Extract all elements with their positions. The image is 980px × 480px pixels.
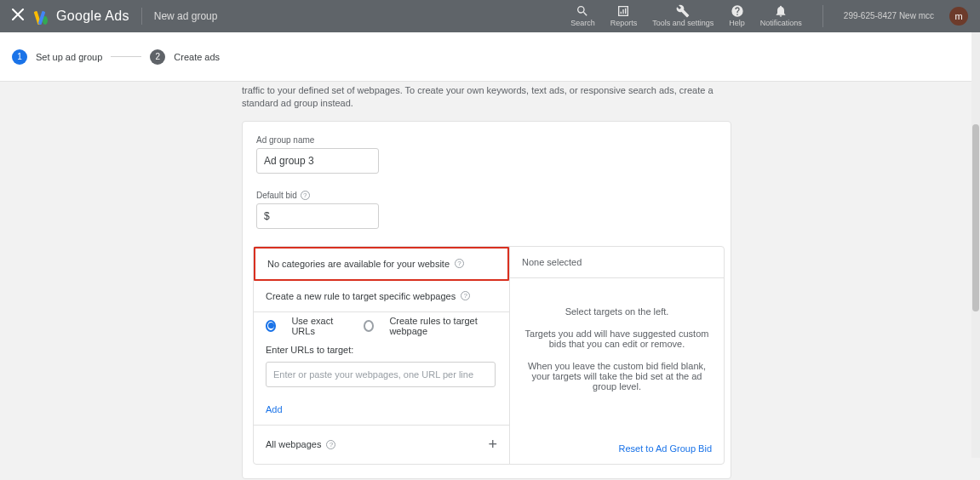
no-categories-text: No categories are available for your web… (267, 259, 450, 269)
create-rule-text: Create a new rule to target specific web… (266, 291, 456, 301)
targeting-right-column: None selected Select targets on the left… (509, 247, 724, 464)
search-icon (576, 4, 589, 18)
divider (141, 8, 142, 25)
radio-exact-label: Use exact URLs (291, 316, 348, 336)
radio-rules-label: Create rules to target webpage (389, 316, 497, 336)
step-1-label[interactable]: Set up ad group (36, 52, 102, 62)
step-1-badge: 1 (12, 49, 27, 65)
account-label: 299-625-8427 New mcc (844, 11, 934, 20)
targeting-left-column: No categories are available for your web… (254, 247, 509, 464)
default-bid-label: Default bid (256, 191, 297, 200)
tools-button[interactable]: Tools and settings (652, 4, 714, 28)
radio-create-rules[interactable] (364, 320, 374, 332)
divider (822, 5, 823, 27)
help-icon[interactable]: ? (301, 191, 310, 200)
add-link[interactable]: Add (254, 394, 509, 425)
step-2-badge: 2 (150, 49, 165, 65)
targeting-panel: No categories are available for your web… (253, 246, 725, 465)
help-button[interactable]: Help (729, 4, 745, 28)
none-selected-header: None selected (510, 247, 724, 278)
create-rule-row[interactable]: Create a new rule to target specific web… (254, 281, 509, 312)
top-icon-row: Search Reports Tools and settings Help N… (570, 4, 968, 28)
add-all-webpages-button[interactable]: + (488, 436, 497, 454)
help-icon (731, 4, 744, 18)
close-icon[interactable] (12, 9, 24, 24)
content-area: traffic to your defined set of webpages.… (0, 82, 980, 480)
enter-urls-label: Enter URLs to target: (266, 345, 497, 355)
radio-exact-urls[interactable] (266, 320, 276, 332)
no-categories-row: No categories are available for your web… (254, 247, 509, 281)
right-msg-1: Select targets on the left. (522, 306, 712, 317)
ad-group-name-input[interactable] (256, 148, 379, 174)
avatar[interactable]: m (949, 7, 968, 26)
reports-button[interactable]: Reports (610, 4, 638, 28)
reset-link[interactable]: Reset to Ad Group Bid (619, 443, 712, 454)
help-icon[interactable]: ? (326, 440, 335, 449)
help-icon[interactable]: ? (455, 259, 464, 268)
step-connector (111, 56, 141, 57)
step-2-label[interactable]: Create ads (174, 52, 220, 62)
top-app-bar: Google Ads New ad group Search Reports T… (0, 0, 980, 32)
ad-group-name-label: Ad group name (256, 135, 717, 145)
right-msg-3: When you leave the custom bid field blan… (522, 361, 712, 391)
help-icon[interactable]: ? (461, 291, 470, 300)
google-ads-logo: Google Ads (36, 8, 129, 25)
ad-group-card: Ad group name Default bid ? No categorie… (242, 121, 731, 479)
window-scrollbar-track[interactable] (971, 32, 980, 458)
google-ads-glyph-icon (36, 8, 53, 25)
window-scrollbar-thumb[interactable] (972, 124, 979, 311)
right-msg-2: Targets you add will have suggested cust… (522, 329, 712, 349)
step-bar: 1 Set up ad group 2 Create ads (0, 32, 980, 82)
url-target-section: Use exact URLs Create rules to target we… (254, 312, 509, 394)
intro-text: traffic to your defined set of webpages.… (242, 84, 731, 111)
brand-label: Google Ads (56, 9, 129, 24)
default-bid-block: Default bid ? (256, 191, 717, 229)
wrench-icon (676, 4, 690, 18)
all-webpages-label: All webpages (266, 439, 321, 449)
search-button[interactable]: Search (570, 4, 595, 28)
url-textarea[interactable]: Enter or paste your webpages, one URL pe… (266, 362, 496, 387)
page-title: New ad group (154, 10, 218, 22)
notifications-button[interactable]: Notifications (760, 4, 802, 28)
bell-icon (774, 4, 788, 18)
ad-group-name-block: Ad group name (256, 135, 717, 174)
default-bid-input[interactable] (256, 203, 379, 229)
reports-icon (616, 4, 630, 18)
